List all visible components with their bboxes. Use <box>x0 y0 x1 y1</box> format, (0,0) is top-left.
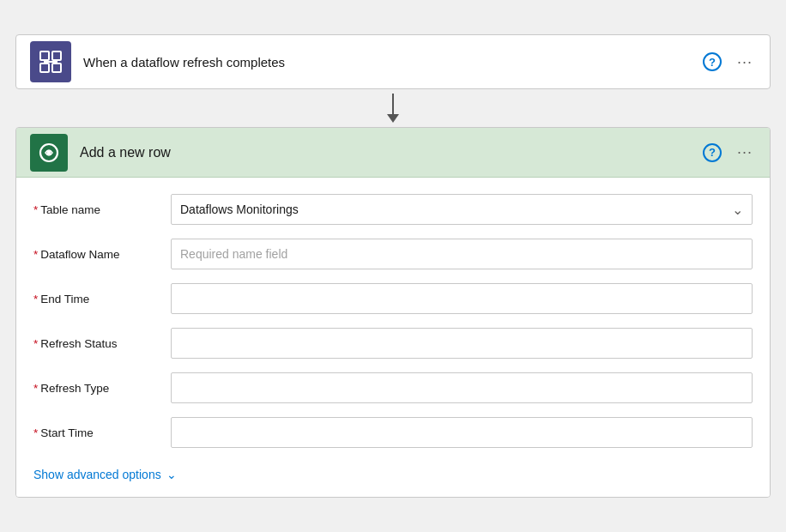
input-wrap-end-time <box>171 283 753 314</box>
input-refresh-type[interactable] <box>171 372 753 403</box>
show-advanced-options-label: Show advanced options <box>33 468 161 481</box>
form-row-start-time: *Start Time <box>33 416 753 449</box>
action-help-button[interactable]: ? <box>699 140 725 166</box>
required-star-end-time: * <box>33 293 38 305</box>
action-card: Add a new row ? ··· *Table name Dataflow… <box>15 127 771 498</box>
show-advanced-options-row[interactable]: Show advanced options ⌄ <box>33 461 753 485</box>
svg-rect-2 <box>40 63 49 72</box>
label-refresh-status: *Refresh Status <box>33 337 171 350</box>
show-advanced-options-chevron: ⌄ <box>166 468 177 481</box>
label-refresh-type: *Refresh Type <box>33 382 171 395</box>
svg-rect-3 <box>52 63 61 72</box>
input-end-time[interactable] <box>171 283 753 314</box>
label-start-time: *Start Time <box>33 426 171 439</box>
form-row-dataflow-name: *Dataflow Name <box>33 238 753 270</box>
form-row-refresh-status: *Refresh Status <box>33 327 753 360</box>
action-header-actions: ? ··· <box>699 140 756 166</box>
select-table-name-chevron: ⌄ <box>732 202 743 218</box>
action-icon <box>30 134 68 172</box>
select-table-name-value: Dataflows Monitorings <box>180 203 299 216</box>
input-dataflow-name[interactable] <box>171 239 753 269</box>
required-star-refresh-status: * <box>33 337 38 350</box>
trigger-card: When a dataflow refresh completes ? ··· <box>15 34 771 89</box>
label-end-time: *End Time <box>33 293 171 305</box>
trigger-help-button[interactable]: ? <box>699 49 725 75</box>
arrow-down <box>387 94 399 123</box>
action-more-button[interactable]: ··· <box>734 140 756 165</box>
form-row-end-time: *End Time <box>33 282 753 315</box>
arrow-line <box>392 94 394 114</box>
action-help-icon: ? <box>703 143 722 162</box>
action-body: *Table name Dataflows Monitorings ⌄ *Dat… <box>16 178 770 497</box>
connector-arrow <box>387 89 399 127</box>
svg-point-8 <box>47 150 51 154</box>
required-star-refresh-type: * <box>33 382 38 395</box>
trigger-title: When a dataflow refresh completes <box>83 55 699 70</box>
input-start-time[interactable] <box>171 417 753 448</box>
required-star-start-time: * <box>33 426 38 439</box>
action-more-icon: ··· <box>737 143 753 161</box>
input-wrap-start-time <box>171 417 753 448</box>
trigger-actions: ? ··· <box>699 49 756 75</box>
arrow-head <box>387 114 399 123</box>
svg-rect-1 <box>52 51 61 60</box>
required-star-dataflow-name: * <box>33 248 38 261</box>
action-header: Add a new row ? ··· <box>16 128 770 178</box>
input-wrap-refresh-type <box>171 372 753 403</box>
input-wrap-dataflow-name <box>171 239 753 269</box>
input-refresh-status[interactable] <box>171 328 753 359</box>
form-row-table-name: *Table name Dataflows Monitorings ⌄ <box>33 193 753 226</box>
required-star-table-name: * <box>33 203 38 216</box>
trigger-more-button[interactable]: ··· <box>734 50 756 75</box>
action-title: Add a new row <box>80 145 699 160</box>
label-dataflow-name: *Dataflow Name <box>33 248 171 261</box>
trigger-help-icon: ? <box>703 52 722 71</box>
trigger-icon <box>30 41 71 82</box>
select-table-name[interactable]: Dataflows Monitorings ⌄ <box>171 194 753 225</box>
label-table-name: *Table name <box>33 203 171 216</box>
canvas: When a dataflow refresh completes ? ··· <box>15 34 771 498</box>
svg-rect-0 <box>40 51 49 60</box>
input-wrap-refresh-status <box>171 328 753 359</box>
input-wrap-table-name: Dataflows Monitorings ⌄ <box>171 194 753 225</box>
trigger-more-icon: ··· <box>737 53 753 71</box>
form-row-refresh-type: *Refresh Type <box>33 372 753 404</box>
